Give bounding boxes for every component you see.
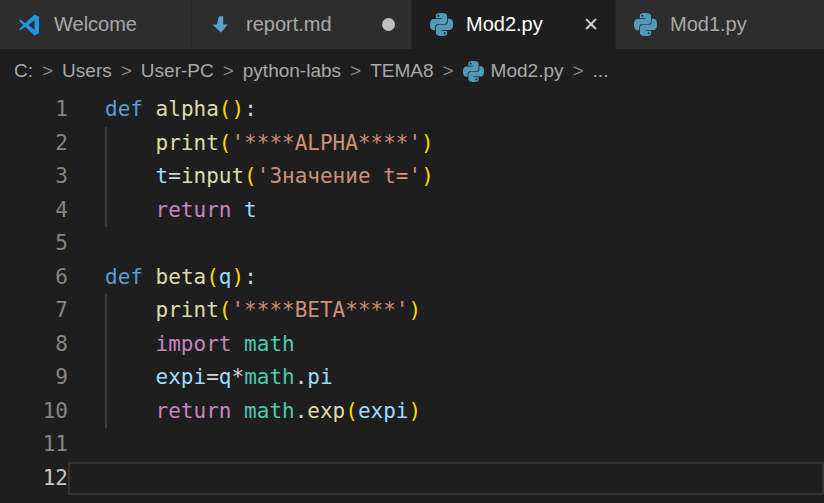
breadcrumb-item[interactable]: Mod2.py — [463, 60, 564, 82]
indent-guide — [105, 160, 107, 194]
code-content: expi=q*math.pi — [68, 361, 824, 395]
tab-bar: Welcome report.md Mod2.py ✕ — [0, 0, 824, 49]
tab-welcome[interactable]: Welcome — [0, 0, 192, 49]
breadcrumb-item-label: User-PC — [141, 60, 214, 82]
line-number[interactable]: 11 — [0, 428, 68, 462]
indent-guide — [105, 127, 107, 161]
markdown-down-arrow-icon — [208, 12, 234, 38]
breadcrumb-separator-icon: > — [350, 60, 361, 82]
code-content: def alpha(): — [68, 93, 824, 127]
code-content: print('****ALPHA****') — [68, 127, 824, 161]
line-number[interactable]: 2 — [0, 127, 68, 161]
breadcrumb-separator-icon: > — [572, 60, 583, 82]
vscode-window: Welcome report.md Mod2.py ✕ — [0, 0, 824, 495]
code-line[interactable]: 1def alpha(): — [0, 93, 824, 127]
code-content: import math — [68, 328, 824, 362]
python-icon — [428, 12, 454, 38]
code-line[interactable]: 3 t=input('Значение t=') — [0, 160, 824, 194]
code-line[interactable]: 4 return t — [0, 194, 824, 228]
tab-label: Welcome — [54, 13, 137, 36]
code-line[interactable]: 9 expi=q*math.pi — [0, 361, 824, 395]
tab-label: Mod1.py — [670, 13, 747, 36]
python-icon — [463, 61, 484, 82]
vscode-logo-icon — [16, 12, 42, 38]
code-line[interactable]: 5 — [0, 227, 824, 261]
python-icon — [632, 12, 658, 38]
line-number[interactable]: 12 — [0, 462, 68, 496]
line-number[interactable]: 9 — [0, 361, 68, 395]
code-content — [68, 227, 824, 261]
code-text: return math.exp(expi) — [105, 399, 421, 423]
tab-mod1-py[interactable]: Mod1.py — [616, 0, 824, 49]
close-icon[interactable]: ✕ — [583, 15, 599, 34]
tab-label: Mod2.py — [466, 13, 543, 36]
breadcrumb: C:>Users>User-PC>python-labs>TEMA8> Mod2… — [0, 49, 824, 93]
code-content: t=input('Значение t=') — [68, 160, 824, 194]
code-editor[interactable]: 1def alpha():2 print('****ALPHA****')3 t… — [0, 93, 824, 495]
breadcrumb-separator-icon: > — [42, 60, 53, 82]
breadcrumb-item-label: C: — [14, 60, 33, 82]
code-text: def alpha(): — [105, 97, 257, 121]
breadcrumb-item-label: Mod2.py — [491, 60, 564, 82]
code-line[interactable]: 10 return math.exp(expi) — [0, 395, 824, 429]
code-text: return t — [105, 198, 257, 222]
breadcrumb-separator-icon: > — [443, 60, 454, 82]
code-content — [68, 428, 824, 462]
breadcrumb-separator-icon: > — [121, 60, 132, 82]
tab-mod2-py[interactable]: Mod2.py ✕ — [412, 0, 616, 49]
indent-guide — [105, 194, 107, 228]
line-number[interactable]: 1 — [0, 93, 68, 127]
tab-label: report.md — [246, 13, 332, 36]
code-content: return math.exp(expi) — [68, 395, 824, 429]
code-text: print('****ALPHA****') — [105, 131, 434, 155]
code-line[interactable]: 2 print('****ALPHA****') — [0, 127, 824, 161]
code-text: expi=q*math.pi — [105, 365, 333, 389]
code-content: print('****BETA****') — [68, 294, 824, 328]
code-content: def beta(q): — [68, 261, 824, 295]
code-line[interactable]: 6def beta(q): — [0, 261, 824, 295]
indent-guide — [105, 328, 107, 362]
indent-guide — [105, 361, 107, 395]
breadcrumb-separator-icon: > — [223, 60, 234, 82]
line-number[interactable]: 7 — [0, 294, 68, 328]
code-line[interactable]: 7 print('****BETA****') — [0, 294, 824, 328]
code-content: return t — [68, 194, 824, 228]
tab-report-md[interactable]: report.md — [192, 0, 412, 49]
indent-guide — [105, 395, 107, 429]
line-number[interactable]: 10 — [0, 395, 68, 429]
code-line[interactable]: 8 import math — [0, 328, 824, 362]
breadcrumb-item-label: Users — [62, 60, 112, 82]
line-number[interactable]: 4 — [0, 194, 68, 228]
code-line[interactable]: 12 — [0, 462, 824, 496]
modified-dot[interactable] — [382, 18, 395, 31]
code-text: print('****BETA****') — [105, 298, 421, 322]
breadcrumb-item[interactable]: TEMA8 — [370, 60, 433, 82]
breadcrumb-item-label: python-labs — [243, 60, 341, 82]
breadcrumb-item[interactable]: User-PC — [141, 60, 214, 82]
line-number[interactable]: 6 — [0, 261, 68, 295]
breadcrumb-item[interactable]: Users — [62, 60, 112, 82]
code-content — [68, 462, 824, 496]
line-number[interactable]: 5 — [0, 227, 68, 261]
code-text: def beta(q): — [105, 265, 257, 289]
breadcrumb-item[interactable]: python-labs — [243, 60, 341, 82]
line-number[interactable]: 3 — [0, 160, 68, 194]
indent-guide — [105, 294, 107, 328]
breadcrumb-item-label: TEMA8 — [370, 60, 433, 82]
breadcrumb-item-label: ... — [593, 60, 609, 82]
line-number[interactable]: 8 — [0, 328, 68, 362]
code-line[interactable]: 11 — [0, 428, 824, 462]
code-text: t=input('Значение t=') — [105, 164, 434, 188]
code-text: import math — [105, 332, 295, 356]
breadcrumb-item[interactable]: ... — [593, 60, 609, 82]
breadcrumb-item[interactable]: C: — [14, 60, 33, 82]
